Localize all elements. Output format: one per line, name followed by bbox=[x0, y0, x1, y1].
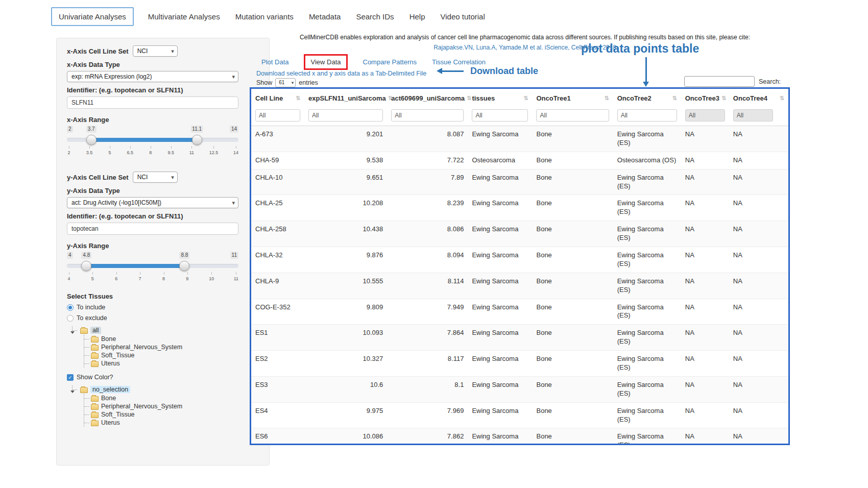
exp-value-cell: 9.809 bbox=[304, 299, 387, 325]
exp-value-cell: 9.651 bbox=[304, 169, 387, 195]
slider-tick-label: 7 bbox=[138, 272, 142, 281]
column-header[interactable]: OncoTree3 ⇅ bbox=[681, 89, 729, 108]
column-header[interactable]: OncoTree4 ⇅ bbox=[729, 89, 788, 108]
nav-tab[interactable]: Search IDs bbox=[355, 8, 395, 26]
y-range-slider[interactable]: 4 11 4.8 8.8 4 5 6 7 8 9 bbox=[67, 252, 238, 283]
tree-expander-icon[interactable] bbox=[72, 326, 77, 331]
column-header[interactable]: OncoTree1 ⇅ bbox=[532, 89, 613, 108]
sort-icon[interactable]: ⇅ bbox=[604, 95, 609, 102]
sort-icon[interactable]: ⇅ bbox=[523, 95, 528, 102]
tree-node[interactable]: Peripheral_Nervous_System bbox=[84, 402, 259, 410]
tree-root-row: all bbox=[67, 326, 259, 335]
act-value-cell: 7.969 bbox=[387, 402, 468, 428]
slider-tick-label: 8 bbox=[162, 272, 166, 281]
tissue-include-radio[interactable]: To include bbox=[67, 304, 259, 311]
filter-exp[interactable] bbox=[308, 109, 383, 121]
act-value-cell: 8.087 bbox=[387, 126, 468, 152]
filter-act[interactable] bbox=[391, 109, 464, 121]
checkbox-checked-icon[interactable]: ✓ bbox=[67, 374, 74, 381]
tree-node[interactable]: Bone bbox=[84, 335, 259, 343]
filter-oncotree1[interactable] bbox=[536, 109, 609, 121]
slider-handle-low[interactable] bbox=[86, 135, 97, 145]
cell-line-cell: ES3 bbox=[251, 376, 304, 402]
column-header[interactable]: OncoTree2 ⇅ bbox=[613, 89, 681, 108]
filter-oncotree3[interactable] bbox=[685, 109, 725, 121]
tree-node[interactable]: Bone bbox=[84, 394, 259, 402]
column-header[interactable]: tissues ⇅ bbox=[468, 89, 532, 108]
table-row[interactable]: ES2 10.327 8.117 Ewing Sarcoma Bone Ewin… bbox=[251, 351, 788, 377]
radio-selected-icon[interactable] bbox=[67, 304, 74, 311]
view-tab[interactable]: View Data bbox=[304, 54, 347, 70]
nav-tab[interactable]: Multivariate Analyses bbox=[147, 8, 221, 26]
filter-tissues[interactable] bbox=[472, 109, 528, 121]
column-header-label: OncoTree2 bbox=[617, 94, 652, 102]
column-header[interactable]: Cell Line ⇅ bbox=[251, 89, 304, 108]
x-data-type-select[interactable]: exp: mRNA Expression (log2) ▾ bbox=[67, 71, 238, 82]
y-cell-line-set-label: y-Axis Cell Line Set bbox=[67, 174, 129, 181]
table-row[interactable]: ES4 9.975 7.969 Ewing Sarcoma Bone Ewing… bbox=[251, 402, 788, 428]
y-identifier-input[interactable] bbox=[67, 223, 238, 235]
table-row[interactable]: CHLA-32 9.876 8.094 Ewing Sarcoma Bone E… bbox=[251, 247, 788, 273]
filter-oncotree4[interactable] bbox=[733, 109, 773, 121]
nav-tab[interactable]: Help bbox=[408, 8, 426, 26]
table-row[interactable]: ES6 10.086 7.862 Ewing Sarcoma Bone Ewin… bbox=[251, 428, 788, 445]
oncotree2-cell: Ewing Sarcoma (ES) bbox=[613, 169, 681, 195]
table-row[interactable]: CHLA-10 9.651 7.89 Ewing Sarcoma Bone Ew… bbox=[251, 169, 788, 195]
filter-cell-line[interactable] bbox=[255, 109, 300, 121]
oncotree1-cell: Bone bbox=[532, 351, 613, 377]
radio-unselected-icon[interactable] bbox=[67, 315, 74, 322]
y-cell-line-set-select[interactable]: NCI ▾ bbox=[133, 172, 178, 183]
y-data-type-select[interactable]: act: Drug Activity (-log10[IC50M]) ▾ bbox=[67, 197, 238, 208]
tree-node-all[interactable]: all bbox=[90, 327, 101, 334]
nav-tab[interactable]: Mutation variants bbox=[234, 8, 295, 26]
table-row[interactable]: CHLA-9 10.555 8.114 Ewing Sarcoma Bone E… bbox=[251, 273, 788, 299]
sort-icon[interactable]: ⇅ bbox=[672, 95, 677, 102]
slider-to-label: 8.8 bbox=[180, 252, 190, 259]
table-row[interactable]: CHA-59 9.538 7.722 Osteosarcoma Bone Ost… bbox=[251, 152, 788, 169]
column-header[interactable]: expSLFN11_uniSarcoma ⇅ bbox=[304, 89, 387, 108]
sort-icon[interactable]: ⇅ bbox=[296, 95, 300, 102]
entries-select[interactable]: 61 ▾ bbox=[275, 78, 296, 87]
tissue-exclude-radio[interactable]: To exclude bbox=[67, 314, 259, 322]
tree-node[interactable]: Peripheral_Nervous_System bbox=[84, 343, 259, 351]
search-input[interactable] bbox=[684, 76, 755, 87]
column-header[interactable]: act609699_uniSarcoma ⇅ bbox=[387, 89, 468, 108]
table-row[interactable]: ES1 10.093 7.864 Ewing Sarcoma Bone Ewin… bbox=[251, 325, 788, 351]
sort-icon[interactable]: ⇅ bbox=[780, 95, 784, 102]
x-range-slider[interactable]: 2 14 3.7 11.1 2 3.5 5 6.5 8 9.5 bbox=[67, 126, 238, 157]
filter-oncotree2[interactable] bbox=[617, 109, 677, 121]
nav-tab[interactable]: Metadata bbox=[308, 8, 342, 26]
tree-node[interactable]: Soft_Tissue bbox=[84, 410, 259, 419]
slider-handle-high[interactable] bbox=[192, 135, 202, 145]
tissue-include-tree: all Bone Peripheral_Nervous_System bbox=[67, 326, 259, 368]
tree-node-no-selection[interactable]: no_selection bbox=[90, 386, 130, 393]
nav-tab[interactable]: Univariate Analyses bbox=[51, 7, 134, 26]
table-row[interactable]: ES3 10.6 8.1 Ewing Sarcoma Bone Ewing Sa… bbox=[251, 376, 788, 402]
show-color-checkbox-row[interactable]: ✓ Show Color? bbox=[67, 374, 259, 381]
slider-handle-high[interactable] bbox=[179, 261, 189, 271]
view-tab[interactable]: Plot Data bbox=[261, 58, 288, 66]
download-table-annotation: Download table bbox=[442, 66, 538, 77]
sort-icon[interactable]: ⇅ bbox=[721, 95, 726, 102]
tissue-cell: Ewing Sarcoma bbox=[468, 325, 532, 351]
act-value-cell: 8.086 bbox=[387, 221, 468, 247]
x-range-label: x-Axis Range bbox=[67, 116, 259, 124]
tree-expander-icon[interactable] bbox=[72, 385, 77, 390]
table-row[interactable]: CHLA-25 10.208 8.239 Ewing Sarcoma Bone … bbox=[251, 195, 788, 221]
x-cell-line-set-select[interactable]: NCI ▾ bbox=[133, 45, 178, 57]
table-row[interactable]: COG-E-352 9.809 7.949 Ewing Sarcoma Bone… bbox=[251, 299, 788, 325]
x-identifier-input[interactable] bbox=[67, 96, 238, 109]
slider-handle-low[interactable] bbox=[81, 261, 91, 271]
table-row[interactable]: A-673 9.201 8.087 Ewing Sarcoma Bone Ewi… bbox=[251, 126, 788, 152]
tree-node[interactable]: Uterus bbox=[84, 419, 259, 427]
download-link[interactable]: Download selected x and y axis data as a… bbox=[256, 70, 426, 77]
tree-node[interactable]: Uterus bbox=[84, 359, 259, 368]
sort-icon[interactable]: ⇅ bbox=[467, 95, 471, 102]
oncotree2-cell: Ewing Sarcoma (ES) bbox=[613, 247, 681, 273]
view-tab[interactable]: Tissue Correlation bbox=[432, 58, 486, 66]
table-row[interactable]: CHLA-258 10.438 8.086 Ewing Sarcoma Bone… bbox=[251, 221, 788, 247]
tree-node[interactable]: Soft_Tissue bbox=[84, 351, 259, 359]
nav-tab[interactable]: Video tutorial bbox=[439, 8, 486, 26]
folder-icon bbox=[91, 337, 99, 343]
view-tab[interactable]: Compare Patterns bbox=[363, 58, 417, 66]
